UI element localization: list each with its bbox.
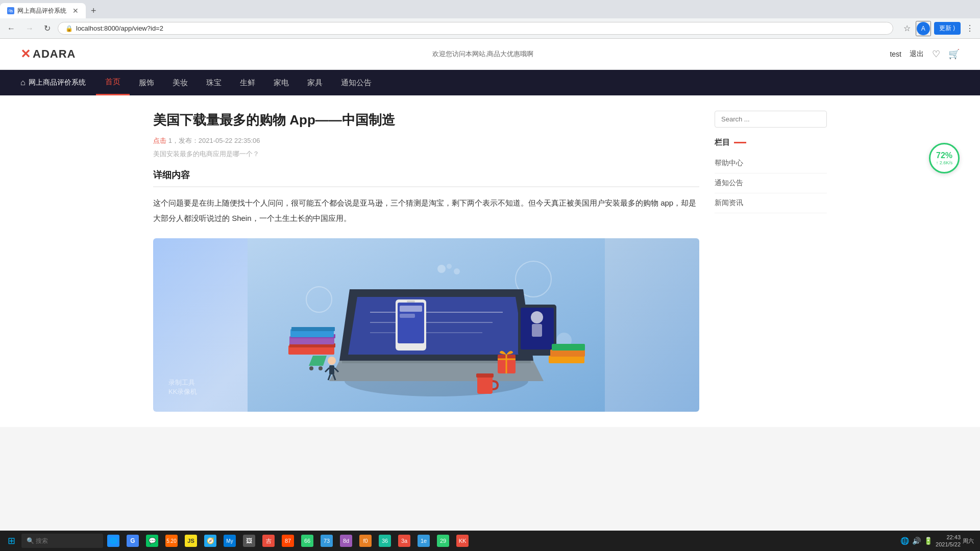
svg-rect-17 — [291, 327, 335, 331]
sidebar: 栏目 帮助中心 通知公告 新闻资讯 — [715, 111, 827, 412]
article-area: 美国下载量最多的购物 App——中国制造 点击 1，发布：2021-05-22 … — [153, 111, 699, 412]
svg-marker-8 — [348, 297, 525, 355]
nav-item-jewelry[interactable]: 珠宝 — [197, 70, 231, 95]
watermark: 录制工具 KK录像机 — [168, 378, 197, 396]
tab-title: 网上商品评价系统 — [17, 7, 66, 15]
sidebar-section-title: 栏目 — [715, 138, 827, 147]
tab-close-icon[interactable]: ✕ — [72, 7, 79, 15]
menu-button[interactable]: ⋮ — [964, 22, 976, 34]
article-image: 录制工具 KK录像机 — [153, 238, 699, 412]
back-button[interactable]: ← — [4, 23, 18, 34]
svg-rect-29 — [552, 344, 585, 350]
watermark-line1: 录制工具 — [168, 378, 197, 387]
article-desc: 美国安装最多的电商应用是哪一个？ — [153, 149, 699, 159]
svg-rect-22 — [400, 314, 415, 318]
nav-home-label: 网上商品评价系统 — [29, 78, 86, 87]
header-right: test 退出 ♡ 🛒 — [890, 48, 960, 60]
svg-rect-38 — [329, 365, 334, 374]
sidebar-section: 栏目 帮助中心 通知公告 新闻资讯 — [715, 138, 827, 213]
logo: ✕ ADARA — [20, 47, 76, 61]
svg-rect-28 — [550, 349, 585, 357]
home-icon: ⌂ — [20, 78, 26, 87]
nav-item-notice[interactable]: 通知公告 — [332, 70, 381, 95]
logo-icon: ✕ — [20, 47, 31, 61]
section-title: 详细内容 — [153, 169, 699, 187]
svg-rect-27 — [549, 356, 584, 363]
update-button[interactable]: 更新 ⟩ — [934, 22, 961, 35]
nav-item-electronics[interactable]: 家电 — [264, 70, 298, 95]
nav-item-fresh[interactable]: 生鲜 — [231, 70, 264, 95]
browser-actions: ☆ A 更新 ⟩ ⋮ — [901, 21, 976, 36]
sidebar-title-bar — [734, 142, 746, 143]
header-center-text: 欢迎您访问本网站,商品大优惠哦啊 — [432, 49, 534, 59]
logout-button[interactable]: 退出 — [910, 49, 924, 59]
nav-item-furniture[interactable]: 家具 — [298, 70, 332, 95]
nav-item-home[interactable]: 首页 — [96, 70, 130, 95]
forward-button[interactable]: → — [22, 23, 37, 34]
site-header: ✕ ADARA 欢迎您访问本网站,商品大优惠哦啊 test 退出 ♡ 🛒 — [0, 39, 980, 70]
article-title: 美国下载量最多的购物 App——中国制造 — [153, 111, 699, 129]
main-content: 美国下载量最多的购物 App——中国制造 点击 1，发布：2021-05-22 … — [133, 95, 847, 427]
profile-circle: A — [917, 22, 930, 35]
url-bar[interactable]: 🔒 localhost:8000/app/view?id=2 — [58, 22, 893, 35]
sidebar-item-news[interactable]: 新闻资讯 — [715, 193, 827, 213]
svg-point-25 — [531, 311, 543, 323]
browser-window: 🛍 网上商品评价系统 ✕ + ← → ↻ 🔒 localhost:8000/ap… — [0, 0, 980, 39]
svg-rect-20 — [407, 300, 415, 303]
profile-button[interactable]: A — [916, 21, 931, 36]
nav-item-cosmetics[interactable]: 美妆 — [163, 70, 197, 95]
svg-point-36 — [454, 268, 460, 274]
tab-bar: 🛍 网上商品评价系统 ✕ + — [0, 0, 980, 18]
refresh-button[interactable]: ↻ — [41, 22, 54, 34]
speed-circle: 72% ↑ 2.6K/s — [929, 143, 960, 173]
article-body: 这个问题要是在街上随便找十个人问问，很可能五个都会说是亚马逊，三个猜测是淘宝，剩… — [153, 195, 699, 226]
address-bar: ← → ↻ 🔒 localhost:8000/app/view?id=2 ☆ A… — [0, 18, 980, 39]
new-tab-button[interactable]: + — [88, 6, 100, 16]
svg-rect-21 — [400, 306, 422, 312]
lock-icon: 🔒 — [65, 25, 73, 32]
svg-rect-26 — [532, 324, 542, 337]
svg-point-31 — [318, 366, 323, 370]
speed-unit: ↑ 2.6K/s — [936, 160, 953, 165]
bookmark-icon[interactable]: ☆ — [901, 22, 913, 34]
svg-point-35 — [447, 264, 452, 269]
username-text: test — [890, 50, 901, 58]
site-nav: ⌂ 网上商品评价系统 首页 服饰 美妆 珠宝 生鲜 家电 家具 通知公告 — [0, 70, 980, 95]
nav-item-clothing[interactable]: 服饰 — [130, 70, 163, 95]
sidebar-item-help[interactable]: 帮助中心 — [715, 154, 827, 173]
svg-rect-33 — [476, 373, 494, 378]
logo-text: ADARA — [33, 47, 76, 61]
svg-rect-32 — [477, 376, 493, 394]
page-wrapper: ✕ ADARA 欢迎您访问本网站,商品大优惠哦啊 test 退出 ♡ 🛒 ⌂ 网… — [0, 39, 980, 427]
active-tab[interactable]: 🛍 网上商品评价系统 ✕ — [0, 3, 86, 18]
article-meta: 点击 1，发布：2021-05-22 22:35:06 — [153, 136, 699, 145]
iso-illustration — [153, 238, 699, 412]
meta-click-link[interactable]: 点击 — [153, 137, 166, 144]
cart-button[interactable]: 🛒 — [948, 48, 960, 60]
svg-point-37 — [328, 357, 336, 365]
sidebar-title-text: 栏目 — [715, 138, 730, 147]
watermark-line2: KK录像机 — [168, 387, 197, 396]
speed-indicator: 72% ↑ 2.6K/s — [929, 143, 960, 173]
url-text: localhost:8000/app/view?id=2 — [76, 24, 163, 32]
search-input[interactable] — [715, 111, 827, 128]
sidebar-item-notice[interactable]: 通知公告 — [715, 173, 827, 193]
speed-percent: 72% — [936, 151, 952, 160]
svg-point-34 — [437, 265, 446, 273]
svg-point-30 — [309, 366, 313, 370]
nav-home[interactable]: ⌂ 网上商品评价系统 — [20, 78, 86, 87]
favorites-button[interactable]: ♡ — [932, 48, 940, 60]
meta-count: 1，发布：2021-05-22 22:35:06 — [168, 137, 260, 144]
tab-favicon: 🛍 — [7, 7, 14, 14]
